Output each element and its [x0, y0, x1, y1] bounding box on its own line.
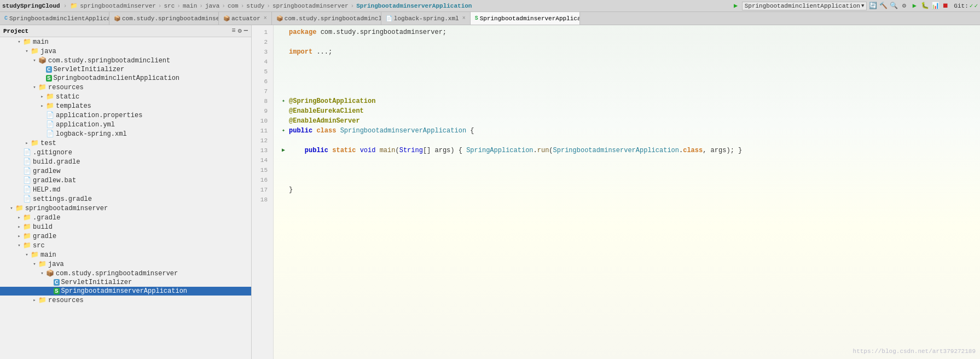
search-icon[interactable]: 🔍 — [889, 2, 898, 10]
tab-adminclient-pkg[interactable]: 📦 com.study.springbootadminclient × — [272, 12, 381, 25]
tree-arrow-n20[interactable]: ▸ — [15, 215, 23, 221]
tab-adminserver-pkg[interactable]: 📦 com.study.springbootadminserver × — [109, 12, 219, 25]
node-icon-n9: 📄 — [46, 111, 54, 119]
tree-item-n4[interactable]: C ServletInitializer — [0, 65, 251, 74]
tree-item-n29[interactable]: ▸ 📁 resources — [0, 296, 251, 305]
code-line-1: package com.study.springbootadminserver; — [278, 27, 976, 37]
tree-arrow-n1[interactable]: ▾ — [15, 39, 23, 45]
code-content[interactable]: package com.study.springbootadminserver;… — [274, 25, 980, 359]
tree-arrow-n19[interactable]: ▾ — [8, 205, 15, 211]
tree-item-n15[interactable]: 📄 gradlew — [0, 166, 251, 176]
tree-arrow-n21[interactable]: ▸ — [15, 224, 23, 230]
tree-item-n24[interactable]: ▾ 📁 main — [0, 250, 251, 259]
stop-icon[interactable]: ⏹ — [941, 2, 950, 10]
tab-actuator[interactable]: 📦 actuator × — [219, 12, 272, 25]
tree-arrow-n10 — [38, 122, 46, 128]
tree-item-n1[interactable]: ▾ 📁 main — [0, 37, 251, 47]
run-config-dropdown[interactable]: SpringbootadminclientApplication ▼ — [742, 2, 867, 10]
tree-item-n25[interactable]: ▾ 📁 java — [0, 259, 251, 269]
run-icon: ▶ — [732, 2, 740, 10]
tree-arrow-n25[interactable]: ▾ — [31, 261, 38, 267]
tree-arrow-n26[interactable]: ▾ — [38, 270, 46, 276]
play-icon[interactable]: ▶ — [910, 2, 919, 10]
tree-arrow-n23[interactable]: ▾ — [15, 242, 23, 248]
node-label-n22: gradle — [33, 233, 56, 240]
tab-logback-xml[interactable]: 📄 logback-spring.xml × — [381, 12, 471, 25]
breadcrumb-study[interactable]: study — [246, 3, 264, 9]
breadcrumb-module[interactable]: springbootadminserver — [80, 3, 156, 9]
tree-item-n22[interactable]: ▸ 📁 gradle — [0, 231, 251, 241]
tree-arrow-n24[interactable]: ▾ — [23, 252, 31, 258]
node-label-n12: test — [40, 140, 56, 147]
sidebar-header-label: Project — [3, 28, 28, 34]
tree-item-n5[interactable]: S SpringbootadminclientApplication — [0, 74, 251, 83]
node-label-n7: static — [56, 93, 79, 101]
tree-item-n3[interactable]: ▾ 📦 com.study.springbootadminclient — [0, 56, 251, 65]
tab-close[interactable]: × — [264, 15, 267, 21]
tree-item-n27[interactable]: C ServletInitializer — [0, 278, 251, 287]
breadcrumb-com[interactable]: com — [228, 3, 239, 9]
tab-close[interactable]: × — [462, 15, 466, 21]
tree-arrow-n8[interactable]: ▸ — [38, 103, 46, 109]
line-number-2: 2 — [252, 37, 271, 47]
line-number-12: 12 — [252, 136, 271, 146]
refresh-icon[interactable]: 🔄 — [868, 2, 877, 10]
tree-arrow-n4 — [38, 67, 46, 72]
debug-icon[interactable]: 🐛 — [920, 2, 929, 10]
tree-item-n23[interactable]: ▾ 📁 src — [0, 241, 251, 250]
git-label: Git: — [954, 3, 968, 9]
profile-icon[interactable]: 📊 — [931, 2, 940, 10]
node-label-n4: ServletInitializer — [54, 66, 125, 73]
tree-item-n21[interactable]: ▸ 📁 build — [0, 222, 251, 231]
node-label-n1: main — [33, 38, 49, 46]
tree-arrow-n29[interactable]: ▸ — [31, 297, 38, 303]
tree-item-n6[interactable]: ▾ 📁 resources — [0, 83, 251, 92]
tree-item-n18[interactable]: 📄 settings.gradle — [0, 194, 251, 204]
line-number-7: 7 — [252, 86, 271, 96]
breadcrumb-class[interactable]: SpringbootadminserverApplication — [356, 3, 472, 9]
sidebar-gear-icon[interactable]: ⚙ — [238, 27, 242, 35]
tree-item-n11[interactable]: 📄 logback-spring.xml — [0, 129, 251, 138]
node-icon-n5: S — [46, 74, 52, 82]
tree-arrow-n2[interactable]: ▾ — [23, 48, 31, 54]
tree-item-n14[interactable]: 📄 build.gradle — [0, 157, 251, 166]
tree-item-n2[interactable]: ▾ 📁 java — [0, 47, 251, 56]
tree-arrow-n6[interactable]: ▾ — [31, 84, 38, 90]
tree-arrow-n12[interactable]: ▸ — [23, 140, 31, 146]
sidebar-hide-icon[interactable]: — — [244, 27, 248, 35]
code-text-16 — [289, 175, 293, 185]
code-editor: 123456789101112131415161718 package com.… — [252, 25, 980, 359]
project-tree: Project ≡ ⚙ — ▾ 📁 main ▾ 📁 java ▾ 📦 com.… — [0, 25, 252, 359]
tree-item-n9[interactable]: 📄 application.properties — [0, 111, 251, 120]
tree-container: ▾ 📁 main ▾ 📁 java ▾ 📦 com.study.springbo… — [0, 37, 251, 305]
build-icon[interactable]: 🔨 — [879, 2, 888, 10]
tab-adminclient-java[interactable]: C SpringbootadminclientApplication.java … — [0, 12, 109, 25]
tree-arrow-n22[interactable]: ▸ — [15, 233, 23, 239]
node-label-n16: gradlew.bat — [33, 177, 76, 184]
tab-adminserver-app[interactable]: S SpringbootadminserverApplication × ✓ — [471, 12, 580, 25]
node-icon-n28: S — [54, 287, 60, 295]
breadcrumb-pkg[interactable]: springbootadminserver — [272, 3, 349, 9]
tree-item-n13[interactable]: 📄 .gitignore — [0, 148, 251, 157]
breadcrumb-main[interactable]: main — [183, 3, 197, 9]
tree-item-n20[interactable]: ▸ 📁 .gradle — [0, 213, 251, 222]
tree-arrow-n7[interactable]: ▸ — [38, 94, 46, 100]
line-number-17: 17 — [252, 185, 271, 195]
tree-item-n12[interactable]: ▸ 📁 test — [0, 138, 251, 148]
breadcrumb-java[interactable]: java — [205, 3, 219, 9]
tree-item-n26[interactable]: ▾ 📦 com.study.springbootadminserver — [0, 269, 251, 278]
sidebar-collapse-icon[interactable]: ≡ — [231, 27, 235, 35]
breadcrumb-src[interactable]: src — [164, 3, 175, 9]
tree-item-n16[interactable]: 📄 gradlew.bat — [0, 176, 251, 185]
gutter-icon-13[interactable]: ▶ — [278, 146, 289, 155]
tree-item-n7[interactable]: ▸ 📁 static — [0, 92, 251, 101]
tree-item-n17[interactable]: 📄 HELP.md — [0, 185, 251, 194]
tree-item-n8[interactable]: ▸ 📁 templates — [0, 101, 251, 111]
tree-item-n19[interactable]: ▾ 📁 springbootadminserver — [0, 204, 251, 213]
tree-item-n10[interactable]: 📄 application.yml — [0, 120, 251, 129]
tree-arrow-n3[interactable]: ▾ — [31, 57, 38, 63]
tree-item-n28[interactable]: S SpringbootadminserverApplication — [0, 287, 251, 296]
settings-icon[interactable]: ⚙ — [900, 2, 908, 10]
node-label-n21: build — [33, 223, 53, 231]
node-icon-n23: 📁 — [23, 241, 31, 250]
